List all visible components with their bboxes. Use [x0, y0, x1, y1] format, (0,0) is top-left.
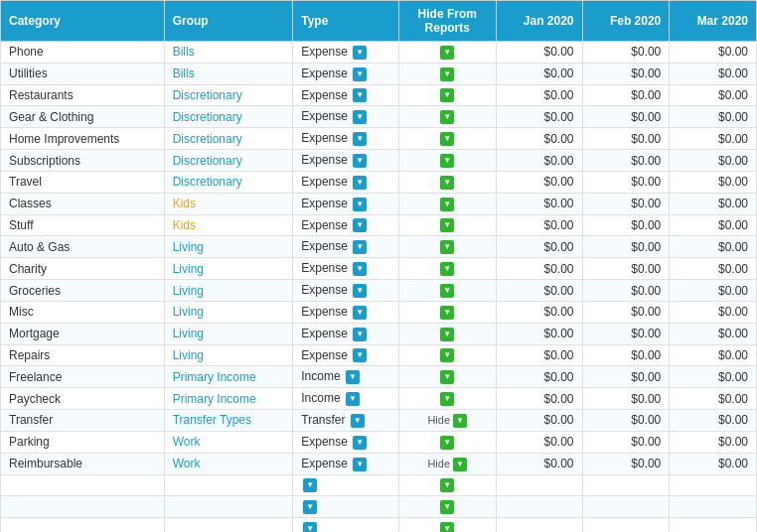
type-dropdown-arrow[interactable]: ▼ — [303, 500, 317, 514]
type-dropdown-arrow[interactable]: ▼ — [303, 478, 317, 492]
hide-dropdown-arrow[interactable]: ▼ — [453, 458, 467, 471]
cell-hide-from-reports: ▼ — [398, 344, 496, 366]
type-dropdown-arrow[interactable]: ▼ — [353, 218, 367, 232]
empty-row: ▼▼ — [1, 518, 757, 532]
type-dropdown-arrow[interactable]: ▼ — [353, 154, 367, 168]
type-dropdown-arrow[interactable]: ▼ — [346, 392, 360, 406]
hide-dropdown-arrow[interactable]: ▼ — [440, 110, 454, 124]
type-dropdown-arrow[interactable]: ▼ — [353, 110, 367, 124]
cell-feb: $0.00 — [582, 63, 670, 84]
type-dropdown-arrow[interactable]: ▼ — [353, 306, 367, 320]
hide-dropdown-arrow[interactable]: ▼ — [440, 218, 454, 232]
cell-category: Paycheck — [1, 388, 165, 410]
cell-category: Utilities — [1, 63, 165, 84]
table-row: TransferTransfer TypesTransfer ▼Hide ▼$0… — [1, 410, 757, 432]
cell-jan: $0.00 — [496, 388, 582, 410]
cell-category: Reimbursable — [1, 453, 165, 474]
empty-cell: ▼ — [293, 518, 399, 532]
empty-cell: ▼ — [293, 496, 399, 518]
hide-dropdown-arrow[interactable]: ▼ — [440, 284, 454, 298]
cell-group: Bills — [164, 63, 293, 84]
empty-cell — [496, 496, 582, 518]
hide-dropdown-arrow[interactable]: ▼ — [440, 154, 454, 168]
cell-mar: $0.00 — [670, 150, 757, 172]
type-dropdown-arrow[interactable]: ▼ — [353, 67, 367, 81]
type-label: Expense — [301, 283, 351, 297]
type-dropdown-arrow[interactable]: ▼ — [351, 414, 365, 428]
type-dropdown-arrow[interactable]: ▼ — [353, 348, 367, 362]
cell-category: Mortgage — [1, 323, 165, 344]
cell-category: Parking — [1, 431, 165, 453]
cell-category: Travel — [1, 171, 165, 193]
empty-cell — [1, 518, 165, 532]
cell-group: Primary Income — [164, 366, 293, 388]
table-row: ClassesKidsExpense ▼▼$0.00$0.00$0.00 — [1, 193, 757, 214]
cell-group: Kids — [164, 214, 293, 236]
cell-feb: $0.00 — [582, 258, 670, 280]
cell-hide-from-reports: Hide ▼ — [398, 453, 496, 474]
empty-cell — [670, 474, 757, 496]
hide-dropdown-arrow[interactable]: ▼ — [440, 436, 454, 450]
cell-jan: $0.00 — [496, 431, 582, 453]
type-dropdown-arrow[interactable]: ▼ — [353, 240, 367, 254]
hide-dropdown-arrow[interactable]: ▼ — [440, 328, 454, 341]
hide-dropdown-arrow[interactable]: ▼ — [440, 392, 454, 406]
header-mar-2020: Mar 2020 — [670, 1, 757, 42]
hide-label: Hide — [427, 414, 453, 426]
type-dropdown-arrow[interactable]: ▼ — [353, 46, 367, 60]
cell-feb: $0.00 — [582, 323, 670, 344]
header-feb-2020: Feb 2020 — [582, 1, 670, 42]
budget-table-container: Category Group Type Hide FromReports Jan… — [0, 0, 757, 532]
hide-dropdown-arrow[interactable]: ▼ — [440, 478, 454, 492]
cell-group: Discretionary — [164, 106, 293, 128]
cell-mar: $0.00 — [670, 63, 757, 84]
cell-feb: $0.00 — [582, 42, 670, 64]
hide-dropdown-arrow[interactable]: ▼ — [440, 500, 454, 514]
hide-dropdown-arrow[interactable]: ▼ — [440, 348, 454, 362]
hide-dropdown-arrow[interactable]: ▼ — [440, 176, 454, 190]
table-row: MiscLivingExpense ▼▼$0.00$0.00$0.00 — [1, 301, 757, 323]
cell-mar: $0.00 — [670, 388, 757, 410]
hide-dropdown-arrow[interactable]: ▼ — [440, 88, 454, 102]
empty-cell — [164, 474, 293, 496]
cell-type: Expense ▼ — [293, 193, 399, 214]
type-dropdown-arrow[interactable]: ▼ — [353, 198, 367, 211]
type-dropdown-arrow[interactable]: ▼ — [353, 458, 367, 471]
type-dropdown-arrow[interactable]: ▼ — [353, 132, 367, 146]
table-row: RestaurantsDiscretionaryExpense ▼▼$0.00$… — [1, 84, 757, 106]
cell-category: Phone — [1, 42, 165, 64]
hide-dropdown-arrow[interactable]: ▼ — [440, 67, 454, 81]
type-dropdown-arrow[interactable]: ▼ — [346, 370, 360, 384]
cell-group: Living — [164, 280, 293, 302]
table-row: Home ImprovementsDiscretionaryExpense ▼▼… — [1, 128, 757, 150]
header-hide-from-reports: Hide FromReports — [398, 1, 496, 42]
type-dropdown-arrow[interactable]: ▼ — [303, 522, 317, 532]
table-row: PaycheckPrimary IncomeIncome ▼▼$0.00$0.0… — [1, 388, 757, 410]
type-dropdown-arrow[interactable]: ▼ — [353, 88, 367, 102]
cell-feb: $0.00 — [582, 344, 670, 366]
type-dropdown-arrow[interactable]: ▼ — [353, 262, 367, 276]
hide-dropdown-arrow[interactable]: ▼ — [440, 306, 454, 320]
cell-jan: $0.00 — [496, 280, 582, 302]
hide-dropdown-arrow[interactable]: ▼ — [453, 414, 467, 428]
type-dropdown-arrow[interactable]: ▼ — [353, 176, 367, 190]
hide-dropdown-arrow[interactable]: ▼ — [440, 370, 454, 384]
cell-jan: $0.00 — [496, 63, 582, 84]
empty-row: ▼▼ — [1, 474, 757, 496]
hide-dropdown-arrow[interactable]: ▼ — [440, 522, 454, 532]
hide-dropdown-arrow[interactable]: ▼ — [440, 240, 454, 254]
cell-type: Transfer ▼ — [293, 410, 399, 432]
hide-dropdown-arrow[interactable]: ▼ — [440, 198, 454, 211]
cell-group: Discretionary — [164, 84, 293, 106]
hide-dropdown-arrow[interactable]: ▼ — [440, 132, 454, 146]
type-dropdown-arrow[interactable]: ▼ — [353, 436, 367, 450]
type-dropdown-arrow[interactable]: ▼ — [353, 328, 367, 341]
table-row: StuffKidsExpense ▼▼$0.00$0.00$0.00 — [1, 214, 757, 236]
empty-cell — [582, 518, 670, 532]
hide-dropdown-arrow[interactable]: ▼ — [440, 262, 454, 276]
hide-dropdown-arrow[interactable]: ▼ — [440, 46, 454, 60]
cell-type: Income ▼ — [293, 366, 399, 388]
type-dropdown-arrow[interactable]: ▼ — [353, 284, 367, 298]
cell-category: Transfer — [1, 410, 165, 432]
cell-feb: $0.00 — [582, 301, 670, 323]
